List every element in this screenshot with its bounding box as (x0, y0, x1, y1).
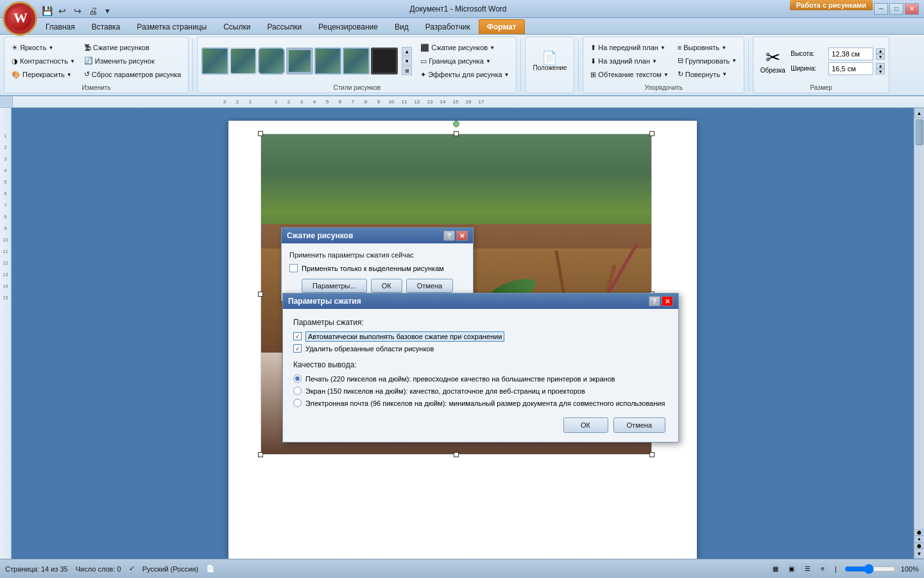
gallery-more[interactable]: ⊞ (402, 66, 412, 75)
gallery-up[interactable]: ▲ (402, 47, 412, 56)
tab-layout[interactable]: Разметка страницы (128, 19, 215, 34)
params-section-label: Параметры сжатия: (293, 318, 668, 327)
status-left: Страница: 14 из 35 Число слов: 0 ✓ Русск… (5, 565, 215, 573)
crop-button[interactable]: ✂ Обрезка (757, 42, 788, 80)
handle-tl[interactable] (258, 131, 263, 136)
pic-style-1[interactable] (201, 48, 228, 74)
radio-print-label: Печать (220 пикселов на дюйм): превосход… (305, 375, 615, 383)
pic-style-5[interactable] (314, 48, 341, 74)
brightness-button[interactable]: ☀ Яркость ▼ (8, 42, 78, 54)
language: Русский (Россия) (142, 565, 198, 573)
scroll-up-button[interactable]: ▲ (914, 108, 925, 118)
width-input[interactable] (828, 62, 873, 75)
maximize-button[interactable]: □ (889, 3, 903, 15)
delete-cropped-checkbox[interactable]: ✓ (293, 344, 302, 353)
position-button[interactable]: 📄 Положение (529, 49, 570, 73)
pic-style-selected[interactable] (371, 48, 398, 74)
compress-cancel-button[interactable]: Отмена (406, 279, 453, 293)
picture-border-button[interactable]: ▭ Граница рисунка ▼ (417, 55, 512, 67)
quality-section-label: Качество вывода: (293, 360, 668, 369)
radio-print[interactable] (293, 374, 302, 383)
tab-home[interactable]: Главная (37, 19, 83, 34)
change-image-button[interactable]: 🔄 Изменить рисунок (81, 55, 184, 67)
picture-shape-button[interactable]: ⬛ Сжатие рисунков ▼ (417, 42, 512, 54)
dialog-compress-simple[interactable]: Сжатие рисунков ? ✕ Применить параметры … (281, 227, 474, 301)
divider-3 (578, 39, 579, 91)
handle-tc[interactable] (454, 131, 459, 136)
scroll-track[interactable] (914, 118, 925, 529)
view-layout-button[interactable]: ▣ (786, 564, 797, 574)
params-help-button[interactable]: ? (649, 296, 660, 306)
bring-front-button[interactable]: ⬆ На передний план ▼ (587, 42, 671, 54)
tab-view[interactable]: Вид (386, 19, 417, 34)
view-normal-button[interactable]: ▦ (770, 564, 781, 574)
wrap-text-button[interactable]: ⊞ Обтекание текстом ▼ (587, 69, 671, 81)
tab-mailings[interactable]: Рассылки (259, 19, 310, 34)
minimize-button[interactable]: ─ (874, 3, 888, 15)
divider-1 (193, 39, 193, 91)
close-button[interactable]: ✕ (905, 3, 919, 15)
delete-cropped-label: Удалить обрезанные области рисунков (305, 345, 434, 353)
handle-ml[interactable] (258, 292, 263, 297)
only-selected-checkbox[interactable] (289, 264, 298, 272)
send-back-button[interactable]: ⬇ На задний план ▼ (587, 55, 671, 67)
gallery-down[interactable]: ▼ (402, 57, 412, 66)
pic-style-2[interactable] (230, 48, 257, 74)
pic-style-3[interactable] (258, 48, 285, 74)
handle-bl[interactable] (258, 452, 263, 457)
select-browse-button[interactable]: ● (914, 536, 925, 543)
radio-screen[interactable] (293, 387, 302, 395)
tab-insert[interactable]: Вставка (83, 19, 129, 34)
compress-images-button[interactable]: 🗜 Сжатие рисунков (81, 42, 184, 53)
divider-4 (748, 39, 749, 91)
group-button[interactable]: ⊟ Группировать ▼ (674, 55, 740, 67)
scroll-thumb[interactable] (916, 119, 923, 145)
handle-br[interactable] (649, 452, 654, 457)
radio-email[interactable] (293, 399, 302, 407)
view-outline-button[interactable]: ☰ (802, 564, 813, 574)
recolor-button[interactable]: 🎨 Перекрасить ▼ (8, 69, 78, 81)
tab-developer[interactable]: Разработчик (417, 19, 479, 34)
next-page-button[interactable]: ⬤ (914, 543, 925, 549)
contrast-button[interactable]: ◑ Контрастность ▼ (8, 55, 78, 67)
params-cancel-button[interactable]: Отмена (613, 417, 665, 433)
size-group-label: Размер (753, 84, 889, 91)
tab-references[interactable]: Ссылки (215, 19, 259, 34)
title-bar: Документ1 - Microsoft Word ─ □ ✕ (0, 0, 924, 18)
redo-qa-button[interactable]: ↪ (71, 4, 85, 18)
handle-tr[interactable] (649, 131, 654, 136)
view-draft-button[interactable]: ≡ (818, 564, 827, 574)
pic-style-4[interactable] (286, 48, 313, 74)
ribbon-group-position: 📄 Положение (525, 37, 574, 93)
params-button[interactable]: Параметры... (302, 279, 367, 293)
compress-close-button[interactable]: ✕ (456, 231, 468, 241)
handle-rotate[interactable] (453, 121, 459, 127)
dialog-compress-params[interactable]: Параметры сжатия ? ✕ Параметры сжатия: ✓… (282, 293, 679, 442)
height-spin-down[interactable]: ▼ (876, 54, 885, 60)
height-spin-up[interactable]: ▲ (876, 48, 885, 54)
scroll-down-button[interactable]: ▼ (914, 548, 925, 559)
width-spin-down[interactable]: ▼ (876, 69, 885, 74)
tab-format[interactable]: Формат (479, 19, 525, 34)
compress-ok-button[interactable]: ОК (371, 279, 402, 293)
height-input[interactable] (828, 48, 873, 60)
prev-page-button[interactable]: ⬤ (914, 529, 925, 536)
office-button[interactable]: W (3, 1, 37, 36)
compress-help-button[interactable]: ? (443, 231, 455, 241)
pic-style-6[interactable] (343, 48, 370, 74)
picture-effects-button[interactable]: ✦ Эффекты для рисунка ▼ (417, 69, 512, 81)
align-button[interactable]: ≡ Выровнять ▼ (674, 42, 740, 53)
print-qa-button[interactable]: 🖨 (86, 4, 100, 18)
params-ok-button[interactable]: ОК (563, 417, 608, 433)
width-spin-up[interactable]: ▲ (876, 63, 885, 69)
undo-qa-button[interactable]: ↩ (55, 4, 69, 18)
params-close-button[interactable]: ✕ (662, 296, 673, 306)
reset-image-button[interactable]: ↺ Сброс параметров рисунка (81, 68, 184, 80)
zoom-slider[interactable] (844, 564, 896, 574)
auto-compress-checkbox[interactable]: ✓ (293, 332, 302, 340)
compress-simple-title: Сжатие рисунков (287, 231, 353, 240)
handle-bc[interactable] (454, 452, 459, 457)
tab-review[interactable]: Рецензирование (310, 19, 386, 34)
save-qa-button[interactable]: 💾 (40, 4, 54, 18)
rotate-button[interactable]: ↻ Повернуть ▼ (674, 68, 740, 80)
